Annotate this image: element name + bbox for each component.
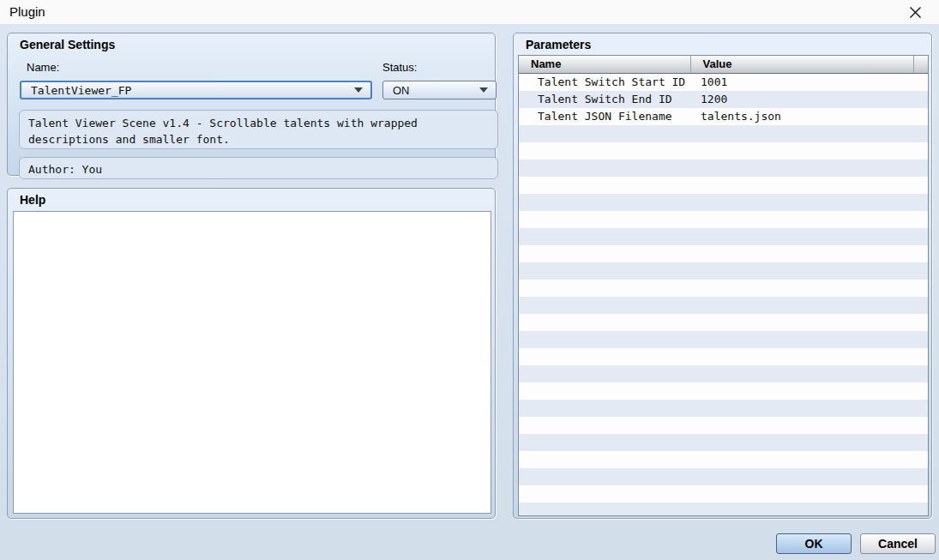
param-value-cell [691, 194, 915, 211]
param-value-cell [691, 228, 915, 245]
param-name-cell [519, 348, 691, 365]
plugin-author-box: Author: You [19, 157, 498, 179]
parameters-title: Parameters [526, 38, 591, 51]
table-row [519, 314, 928, 331]
help-text-area[interactable] [13, 211, 491, 514]
table-row [519, 503, 928, 516]
plugin-name-select[interactable]: TalentViewer_FP [20, 81, 372, 99]
param-value-cell [691, 365, 915, 382]
cancel-button[interactable]: Cancel [860, 533, 936, 554]
ok-button[interactable]: OK [776, 533, 852, 554]
table-row[interactable]: Talent Switch End ID1200 [519, 91, 928, 108]
general-settings-panel: General Settings Name: Status: TalentVie… [7, 33, 496, 176]
param-value-cell [691, 348, 915, 365]
param-name-cell [519, 142, 691, 160]
param-value-cell[interactable]: talents.json [691, 108, 915, 125]
table-row[interactable]: Talent JSON Filenametalents.json [519, 108, 928, 125]
table-row [519, 417, 928, 434]
param-value-cell [691, 245, 915, 262]
param-name-cell [519, 331, 691, 348]
table-row [519, 365, 928, 382]
param-name-cell [519, 417, 691, 434]
close-button[interactable] [898, 0, 932, 24]
parameters-panel: Parameters Name Value Talent Switch Star… [513, 33, 932, 519]
table-row [519, 331, 928, 348]
table-row [519, 125, 928, 142]
param-value-cell [691, 211, 915, 228]
table-row [519, 160, 928, 177]
param-name-cell[interactable]: Talent Switch End ID [519, 91, 691, 108]
param-value-cell [691, 417, 915, 434]
table-row [519, 228, 928, 245]
chevron-down-icon [479, 87, 488, 93]
parameters-table: Name Value Talent Switch Start ID1001Tal… [518, 55, 929, 516]
name-label: Name: [27, 61, 59, 74]
param-name-cell [519, 211, 691, 228]
table-row [519, 400, 928, 417]
param-value-cell [691, 331, 915, 348]
param-name-cell [519, 485, 691, 503]
column-header-name[interactable]: Name [519, 56, 691, 73]
table-row [519, 297, 928, 314]
param-value-cell [691, 503, 915, 516]
column-header-value[interactable]: Value [691, 56, 914, 73]
param-name-cell [519, 382, 691, 400]
window-title: Plugin [9, 4, 45, 19]
table-row [519, 262, 928, 280]
param-name-cell[interactable]: Talent Switch Start ID [519, 74, 691, 91]
plugin-status-value: ON [383, 84, 479, 97]
param-name-cell [519, 297, 691, 314]
status-label: Status: [382, 61, 417, 74]
table-row [519, 177, 928, 194]
table-row[interactable]: Talent Switch Start ID1001 [519, 74, 928, 91]
param-name-cell [519, 125, 691, 142]
param-name-cell [519, 160, 691, 177]
table-row [519, 245, 928, 262]
param-value-cell[interactable]: 1001 [691, 74, 915, 91]
param-value-cell [691, 485, 915, 503]
param-value-cell [691, 262, 915, 280]
chevron-down-icon [354, 87, 363, 93]
param-name-cell [519, 468, 691, 485]
title-bar[interactable]: Plugin [0, 0, 939, 24]
table-row [519, 451, 928, 468]
table-row [519, 211, 928, 228]
param-name-cell [519, 280, 691, 297]
param-value-cell [691, 314, 915, 331]
plugin-dialog: General Settings Name: Status: TalentVie… [0, 24, 939, 560]
param-value-cell [691, 297, 915, 314]
close-icon [909, 6, 922, 19]
table-row [519, 382, 928, 400]
table-row [519, 142, 928, 160]
param-value-cell [691, 125, 915, 142]
param-name-cell [519, 177, 691, 194]
table-row [519, 434, 928, 451]
param-value-cell [691, 177, 915, 194]
parameters-table-header: Name Value [519, 56, 928, 74]
param-name-cell [519, 451, 691, 468]
table-row [519, 348, 928, 365]
general-settings-title: General Settings [20, 38, 115, 51]
param-name-cell [519, 503, 691, 516]
column-header-extra [914, 56, 928, 73]
table-row [519, 194, 928, 211]
plugin-status-select[interactable]: ON [382, 81, 497, 99]
table-row [519, 485, 928, 503]
param-name-cell [519, 400, 691, 417]
param-value-cell [691, 468, 915, 485]
param-value-cell [691, 400, 915, 417]
param-value-cell [691, 451, 915, 468]
param-name-cell [519, 245, 691, 262]
table-row [519, 280, 928, 297]
table-row [519, 468, 928, 485]
param-name-cell [519, 314, 691, 331]
param-name-cell [519, 194, 691, 211]
param-name-cell [519, 434, 691, 451]
param-name-cell[interactable]: Talent JSON Filename [519, 108, 691, 125]
plugin-name-value: TalentViewer_FP [21, 84, 354, 97]
param-value-cell[interactable]: 1200 [691, 91, 915, 108]
help-panel: Help [7, 188, 496, 519]
plugin-description-box: Talent Viewer Scene v1.4 - Scrollable ta… [19, 110, 498, 149]
help-title: Help [20, 193, 45, 207]
param-value-cell [691, 382, 915, 400]
